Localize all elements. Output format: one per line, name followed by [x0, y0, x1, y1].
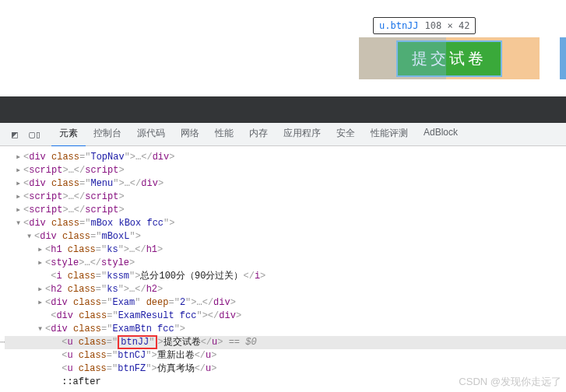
side-stripe — [560, 37, 566, 79]
tab-security[interactable]: 安全 — [329, 121, 363, 147]
dom-node[interactable]: ▾<div class="mBoxL"> — [5, 230, 566, 243]
inspect-tooltip: u.btnJJ 108 × 42 — [373, 17, 476, 34]
tab-performance[interactable]: 性能 — [207, 121, 241, 147]
tooltip-selector: u.btnJJ — [379, 20, 419, 31]
expand-icon[interactable]: ▸ — [37, 243, 45, 257]
elements-panel[interactable]: ▸<div class="TopNav">…</div> ▸<script>…<… — [0, 146, 566, 392]
dom-node[interactable]: ▸<div class="Menu">…</div> — [5, 177, 566, 191]
button-container: 提交试卷 — [359, 37, 540, 79]
dom-node[interactable]: ▸<script>…</script> — [5, 164, 566, 177]
tab-network[interactable]: 网络 — [173, 121, 207, 147]
collapse-icon[interactable]: ▾ — [37, 323, 45, 336]
dom-node[interactable]: ▸<h2 class="ks">…</h2> — [5, 283, 566, 296]
devtools-header: ◩ ▢▯ 元素 控制台 源代码 网络 性能 内存 应用程序 安全 性能评测 Ad… — [0, 123, 566, 146]
expand-icon[interactable]: ▸ — [16, 177, 23, 191]
inspect-element-icon[interactable]: ◩ — [5, 128, 25, 140]
dom-node[interactable]: ▸<h1 class="ks">…</h1> — [5, 243, 566, 257]
tab-sources[interactable]: 源代码 — [129, 121, 173, 147]
tab-adblock[interactable]: AdBlock — [416, 121, 466, 147]
tab-application[interactable]: 应用程序 — [276, 121, 329, 147]
collapse-icon[interactable]: ▾ — [26, 230, 34, 243]
expand-icon[interactable]: ▸ — [16, 151, 23, 164]
collapse-icon[interactable]: ▾ — [16, 217, 23, 230]
expand-icon[interactable]: ▸ — [16, 204, 23, 217]
dom-node[interactable]: ▸<script>…</script> — [5, 204, 566, 217]
expand-icon[interactable]: ▸ — [37, 296, 45, 310]
tab-console[interactable]: 控制台 — [86, 121, 129, 147]
watermark: CSDN @发现你走远了 — [459, 375, 561, 389]
dom-node[interactable]: ▸<div class="TopNav">…</div> — [5, 151, 566, 164]
submit-exam-button[interactable]: 提交试卷 — [396, 40, 502, 77]
tab-memory[interactable]: 内存 — [241, 121, 276, 147]
device-toolbar-icon[interactable]: ▢▯ — [25, 128, 45, 140]
dom-node[interactable]: <u class="btnCJ">重新出卷</u> — [5, 349, 566, 362]
tab-elements[interactable]: 元素 — [51, 121, 86, 147]
devtools-top-bar — [0, 96, 566, 123]
dom-node[interactable]: ▸<div class="Exam" deep="2">…</div> — [5, 296, 566, 310]
dom-node-selected[interactable]: ⋯ <u class="btnJJ">提交试卷</u> == $0 — [5, 336, 566, 349]
tooltip-dimensions: 108 × 42 — [425, 20, 470, 31]
expand-icon[interactable]: ▸ — [16, 164, 23, 177]
dom-node[interactable]: <u class="btnFZ">仿真考场</u> — [5, 362, 566, 376]
expand-icon[interactable]: ▸ — [16, 191, 23, 204]
tab-perf-monitor[interactable]: 性能评测 — [363, 121, 416, 147]
dom-node[interactable]: ▾<div class="mBox kBox fcc"> — [5, 217, 566, 230]
dom-node[interactable]: ▾<div class="ExamBtn fcc"> — [5, 323, 566, 336]
dom-node[interactable]: ▸<style>…</style> — [5, 257, 566, 270]
selected-marker-icon: ⋯ — [0, 336, 5, 349]
devtools-tabs: 元素 控制台 源代码 网络 性能 内存 应用程序 安全 性能评测 AdBlock — [51, 121, 466, 147]
dom-node[interactable]: <i class="kssm">总分100分（90分过关）</i> — [5, 270, 566, 283]
dom-node[interactable]: ▸<script>…</script> — [5, 191, 566, 204]
expand-icon[interactable]: ▸ — [37, 283, 45, 296]
dom-node[interactable]: <div class="ExamResult fcc"></div> — [5, 310, 566, 323]
page-preview: u.btnJJ 108 × 42 提交试卷 — [0, 0, 566, 96]
expand-icon[interactable]: ▸ — [37, 257, 45, 270]
